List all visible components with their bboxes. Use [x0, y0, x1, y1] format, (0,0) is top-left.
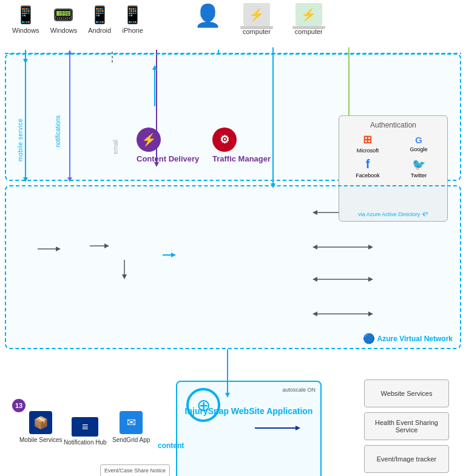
cloud-services-section: mobile service notifications email ⚡ Con… — [5, 53, 461, 181]
device-windows-tablet: 📟 Windows — [50, 5, 78, 34]
windows-tablet-label: Windows — [50, 27, 78, 34]
content-delivery-label: Content Delivery — [137, 154, 199, 163]
android-label: Android — [88, 27, 111, 34]
content-delivery-icon: ⚡ — [137, 127, 161, 152]
android-icon: 📱 — [89, 5, 110, 25]
azure-virtual-network: 13 📦 Mobile Services ≡ Notification Hub … — [5, 185, 461, 349]
device-android: 📱 Android — [88, 5, 111, 34]
laptop-icon-1: ⚡ — [243, 3, 270, 26]
traffic-manager-label: Traffic Manager — [212, 154, 271, 163]
twitter-logo: 🐦 Twitter — [411, 158, 427, 178]
notifications-label: notifications — [55, 115, 61, 148]
content-delivery: ⚡ Content Delivery — [137, 127, 199, 163]
device-windows-phone: 📱 Windows — [12, 5, 39, 34]
google-logo: G Google — [410, 135, 427, 152]
windows-phone-label: Windows — [12, 27, 39, 34]
iphone-icon: 📱 — [122, 5, 143, 25]
device-iphone: 📱 iPhone — [122, 5, 143, 34]
traffic-manager-icon: ⚙ — [212, 127, 237, 152]
person-figure: 👤 — [194, 3, 221, 29]
microsoft-logo: ⊞ Microsoft — [357, 133, 379, 154]
computer-2: ⚡ computer — [295, 3, 323, 35]
computer-1: ⚡ computer — [243, 3, 271, 35]
traffic-manager: ⚙ Traffic Manager — [212, 127, 271, 163]
mobile-service-label: mobile service — [17, 118, 24, 162]
laptop-icon-2: ⚡ — [295, 3, 322, 26]
person-icon: 👤 — [194, 3, 221, 29]
devices-row: 📱 Windows 📟 Windows 📱 Android 📱 iPhone — [0, 5, 466, 34]
architecture-diagram: 📱 Windows 📟 Windows 📱 Android 📱 iPhone 👤… — [0, 0, 466, 476]
computers-group: ⚡ computer ⚡ computer — [243, 3, 323, 35]
bottom-section: 🏢 🔄 Hybrid Connection ⚙ Third Party Medi… — [0, 358, 466, 476]
auth-title: Authentication — [344, 121, 442, 129]
auth-logos: ⊞ Microsoft G Google f Facebook 🐦 Twitte… — [344, 133, 442, 178]
iphone-label: iPhone — [123, 27, 143, 34]
azure-network-icon: 🔵 — [363, 333, 375, 344]
facebook-logo: f Facebook — [356, 157, 380, 178]
email-label: email — [112, 140, 119, 154]
azure-virtual-network-label: 🔵 Azure Virtual Network — [363, 333, 453, 344]
windows-tablet-icon: 📟 — [53, 5, 74, 25]
windows-phone-icon: 📱 — [15, 5, 36, 25]
